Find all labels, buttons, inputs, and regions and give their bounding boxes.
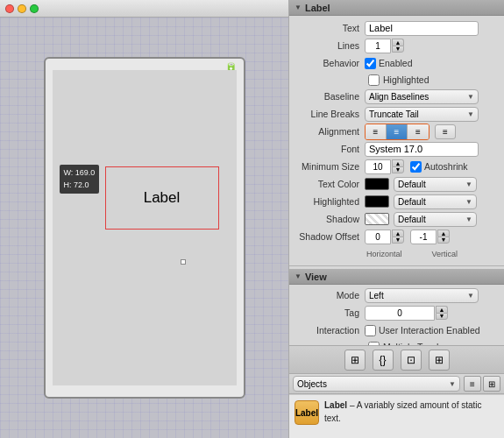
multiple-touch-row: Multiple Touch	[289, 339, 504, 345]
resize-handle[interactable]	[181, 259, 186, 265]
highlighted-checkbox[interactable]	[368, 74, 380, 86]
highlighted-color-label: Highlighted	[293, 196, 365, 207]
text-color-dropdown[interactable]: Default ▼	[394, 177, 477, 192]
interaction-row: Interaction User Interaction Enabled	[289, 321, 504, 339]
lines-prop-label: Lines	[293, 40, 365, 51]
text-color-swatch[interactable]	[365, 178, 389, 190]
highlighted-color-value: Default ▼	[365, 194, 500, 209]
phone-inner: W: 169.0 H: 72.0 Label	[53, 70, 237, 385]
info-title: Label	[324, 400, 347, 410]
tag-stepper: ▲ ▼	[365, 306, 448, 321]
line-breaks-row: Line Breaks Truncate Tail ▼	[289, 105, 504, 123]
info-separator: –	[350, 400, 357, 410]
lines-input[interactable]	[365, 39, 391, 53]
shadow-h-stepper-buttons: ▲ ▼	[392, 230, 404, 244]
shadow-label: Shadow	[293, 214, 365, 224]
properties-area: Text Lines ▲ ▼ Behavior	[289, 16, 504, 345]
highlighted-color-dropdown-arrow-icon: ▼	[465, 198, 472, 206]
objects-bar: Objects ▼ ≡ ⊞	[289, 373, 504, 394]
align-right-button[interactable]: ≡	[408, 124, 429, 139]
autoshrink-checkbox[interactable]	[410, 161, 422, 173]
toolbar-icon-3-button[interactable]: ⊡	[401, 350, 422, 371]
label-section-header: ▼ Label	[289, 0, 504, 16]
objects-dropdown[interactable]: Objects ▼	[293, 376, 460, 392]
maximize-button[interactable]	[30, 4, 39, 13]
shadow-h-increment-button[interactable]: ▲	[392, 230, 404, 237]
shadow-v-stepper: ▲ ▼	[410, 230, 450, 244]
text-row: Text	[289, 19, 504, 37]
mode-dropdown-arrow-icon: ▼	[467, 292, 474, 300]
tag-input[interactable]	[365, 306, 435, 321]
lines-increment-button[interactable]: ▲	[392, 39, 404, 46]
shadow-offset-label: Shadow Offset	[293, 231, 365, 242]
close-button[interactable]	[5, 4, 14, 13]
min-size-increment-button[interactable]: ▲	[392, 159, 404, 166]
tag-label: Tag	[293, 307, 365, 318]
highlighted-color-dropdown[interactable]: Default ▼	[394, 194, 477, 209]
canvas-label[interactable]: Label	[105, 166, 219, 230]
text-prop-label: Text	[293, 23, 365, 33]
text-color-dropdown-arrow-icon: ▼	[465, 180, 472, 188]
autoshrink-label: Autoshrink	[424, 161, 468, 172]
shadow-vertical-label: Vertical	[432, 250, 458, 258]
alignment-row: Alignment ≡ ≡ ≡ ≡	[289, 123, 504, 140]
shadow-h-input[interactable]	[365, 230, 391, 244]
shadow-color-swatch[interactable]	[365, 213, 389, 225]
minimize-button[interactable]	[18, 4, 26, 13]
label-info-icon: Label	[295, 400, 319, 425]
align-left-button[interactable]: ≡	[366, 124, 387, 139]
align-justify-button[interactable]: ≡	[435, 124, 456, 139]
info-bar: Label Label – A variably sized amount of…	[289, 394, 504, 438]
toolbar-icon-4-button[interactable]: ⊞	[429, 350, 450, 371]
line-breaks-dropdown-text: Truncate Tail	[369, 110, 419, 119]
min-size-input[interactable]	[365, 159, 391, 174]
align-center-button[interactable]: ≡	[387, 124, 408, 139]
view-section-title: View	[305, 272, 327, 282]
info-text: Label – A variably sized amount of stati…	[324, 399, 499, 425]
list-view-button[interactable]: ≡	[464, 376, 481, 392]
bottom-toolbar: ⊞ {} ⊡ ⊞	[289, 345, 504, 373]
behavior-value: Enabled	[365, 58, 500, 69]
shadow-v-decrement-button[interactable]: ▼	[437, 237, 450, 244]
mode-dropdown[interactable]: Left ▼	[365, 288, 479, 303]
shadow-v-increment-button[interactable]: ▲	[437, 230, 450, 237]
highlighted-color-row: Highlighted Default ▼	[289, 193, 504, 210]
shadow-value: Default ▼	[365, 212, 500, 227]
tag-decrement-button[interactable]: ▼	[436, 313, 448, 320]
font-input[interactable]	[365, 142, 479, 157]
mode-value: Left ▼	[365, 288, 500, 303]
enabled-checkbox[interactable]	[365, 58, 376, 69]
font-value	[365, 142, 500, 157]
tag-increment-button[interactable]: ▲	[436, 306, 448, 313]
shadow-v-input[interactable]	[410, 230, 437, 244]
toolbar-icon-1-button[interactable]: ⊞	[344, 350, 366, 371]
canvas-panel: 🔋 W: 169.0 H: 72.0 Label	[0, 0, 289, 438]
user-interaction-label: User Interaction Enabled	[379, 325, 480, 336]
min-size-row: Minimum Size ▲ ▼ Autoshrink	[289, 158, 504, 175]
font-row: Font	[289, 140, 504, 158]
lines-decrement-button[interactable]: ▼	[392, 46, 404, 53]
shadow-dropdown-arrow-icon: ▼	[465, 215, 472, 223]
shadow-offset-value: ▲ ▼ ▲ ▼	[365, 230, 500, 244]
user-interaction-checkbox[interactable]	[365, 325, 376, 336]
toolbar-icon-2-button[interactable]: {}	[373, 350, 394, 371]
baseline-label: Baseline	[293, 91, 365, 102]
shadow-h-decrement-button[interactable]: ▼	[392, 237, 404, 244]
line-breaks-dropdown-arrow-icon: ▼	[467, 110, 474, 118]
text-color-row: Text Color Default ▼	[289, 175, 504, 193]
grid-view-button[interactable]: ⊞	[483, 376, 500, 392]
canvas-area: 🔋 W: 169.0 H: 72.0 Label	[0, 18, 288, 438]
text-input[interactable]	[365, 21, 479, 36]
baseline-dropdown[interactable]: Align Baselines ▼	[365, 89, 479, 104]
section-arrow-icon: ▼	[295, 4, 302, 11]
lines-row: Lines ▲ ▼	[289, 37, 504, 54]
highlighted-color-swatch[interactable]	[365, 195, 389, 208]
tag-row: Tag ▲ ▼	[289, 304, 504, 321]
min-size-decrement-button[interactable]: ▼	[392, 166, 404, 173]
baseline-value: Align Baselines ▼	[365, 89, 500, 104]
shadow-v-stepper-buttons: ▲ ▼	[437, 230, 450, 244]
behavior-label: Behavior	[293, 58, 365, 68]
line-breaks-dropdown[interactable]: Truncate Tail ▼	[365, 107, 479, 122]
shadow-dropdown[interactable]: Default ▼	[394, 212, 477, 227]
objects-dropdown-text: Objects	[297, 379, 327, 389]
